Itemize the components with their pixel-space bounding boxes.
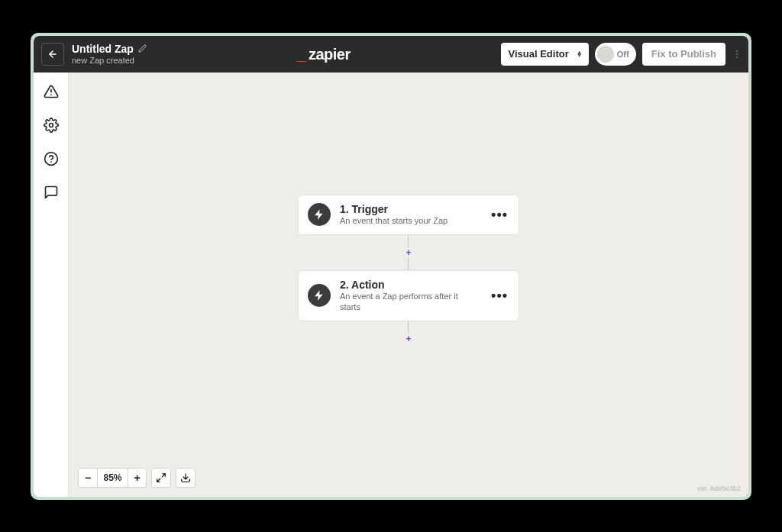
zap-enabled-toggle[interactable]: Off (595, 43, 636, 66)
step-desc: An event a Zap performs after it starts (340, 292, 480, 313)
sidebar (34, 73, 69, 497)
editor-mode-label: Visual Editor (509, 48, 569, 60)
zoom-out-button[interactable]: − (79, 469, 97, 487)
more-menu-icon[interactable]: ●●● (733, 50, 741, 59)
toggle-label: Off (617, 50, 629, 59)
svg-line-6 (162, 473, 165, 476)
editor-mode-select[interactable]: Visual Editor ▲▼ (501, 43, 589, 66)
step-title: 2. Action (340, 279, 480, 292)
chevron-updown-icon: ▲▼ (577, 51, 583, 57)
step-card-action[interactable]: 2. Action An event a Zap performs after … (298, 270, 519, 321)
download-button[interactable] (176, 468, 196, 488)
bolt-icon (308, 284, 331, 307)
step-card-trigger[interactable]: 1. Trigger An event that starts your Zap… (298, 195, 519, 235)
connector-line (408, 235, 409, 247)
connector-line (408, 258, 409, 270)
zapier-logo: _zapier (297, 44, 351, 64)
fit-screen-button[interactable] (151, 468, 171, 488)
sidebar-settings-button[interactable] (40, 114, 63, 137)
arrow-left-icon (47, 49, 58, 60)
zoom-controls: − 85% + (78, 468, 196, 488)
step-title: 1. Trigger (340, 203, 480, 217)
pencil-icon[interactable] (138, 42, 147, 56)
svg-line-7 (157, 479, 160, 482)
step-desc: An event that starts your Zap (340, 216, 480, 227)
back-button[interactable] (41, 43, 64, 66)
add-step-button[interactable]: + (406, 247, 411, 258)
sidebar-help-button[interactable] (40, 147, 63, 170)
step-menu-button[interactable]: ••• (490, 288, 509, 304)
download-icon (180, 472, 191, 483)
version-label: ver. 8de5e3b2 (697, 485, 741, 492)
step-menu-button[interactable]: ••• (490, 207, 509, 223)
bolt-icon (308, 203, 331, 226)
toggle-knob (597, 46, 614, 63)
warning-triangle-icon (44, 84, 59, 99)
zoom-level: 85% (97, 469, 128, 487)
publish-button[interactable]: Fix to Publish (642, 43, 725, 66)
add-step-button[interactable]: + (406, 334, 411, 344)
zap-subtitle: new Zap created (72, 56, 147, 66)
sidebar-issues-button[interactable] (40, 80, 63, 103)
help-circle-icon (44, 151, 59, 166)
gear-icon (44, 118, 59, 133)
zap-title[interactable]: Untitled Zap (72, 43, 134, 55)
canvas[interactable]: 1. Trigger An event that starts your Zap… (69, 73, 748, 497)
comment-icon (44, 185, 59, 200)
connector-line (408, 321, 409, 334)
sidebar-comment-button[interactable] (40, 181, 63, 204)
zoom-in-button[interactable]: + (128, 469, 146, 487)
app-header: Untitled Zap new Zap created _zapier Vis… (34, 36, 748, 73)
expand-icon (156, 472, 166, 483)
svg-point-3 (49, 123, 53, 127)
